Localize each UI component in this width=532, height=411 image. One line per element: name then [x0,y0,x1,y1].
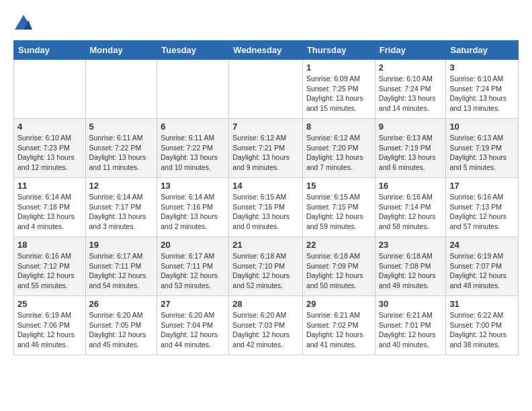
day-number: 5 [89,122,154,132]
calendar-cell: 12Sunrise: 6:14 AM Sunset: 7:17 PM Dayli… [85,178,157,237]
day-info: Sunrise: 6:16 AM Sunset: 7:12 PM Dayligh… [17,251,82,291]
day-info: Sunrise: 6:20 AM Sunset: 7:04 PM Dayligh… [161,310,225,350]
day-info: Sunrise: 6:20 AM Sunset: 7:03 PM Dayligh… [232,310,299,350]
calendar-cell [229,60,303,119]
calendar-cell: 15Sunrise: 6:15 AM Sunset: 7:15 PM Dayli… [302,178,375,237]
day-info: Sunrise: 6:10 AM Sunset: 7:23 PM Dayligh… [17,133,82,173]
calendar-cell: 7Sunrise: 6:12 AM Sunset: 7:21 PM Daylig… [229,119,303,178]
day-info: Sunrise: 6:10 AM Sunset: 7:24 PM Dayligh… [379,74,443,113]
day-info: Sunrise: 6:19 AM Sunset: 7:06 PM Dayligh… [17,310,82,350]
weekday-header: Monday [85,41,157,60]
day-info: Sunrise: 6:21 AM Sunset: 7:01 PM Dayligh… [379,310,443,350]
day-number: 15 [306,181,371,191]
calendar-cell: 4Sunrise: 6:10 AM Sunset: 7:23 PM Daylig… [14,119,86,178]
day-info: Sunrise: 6:21 AM Sunset: 7:02 PM Dayligh… [306,310,371,350]
day-info: Sunrise: 6:17 AM Sunset: 7:11 PM Dayligh… [89,251,154,291]
day-info: Sunrise: 6:18 AM Sunset: 7:09 PM Dayligh… [306,251,371,291]
day-number: 8 [306,122,371,132]
day-number: 2 [379,62,443,73]
calendar-cell: 11Sunrise: 6:14 AM Sunset: 7:18 PM Dayli… [14,178,86,237]
weekday-header: Saturday [446,41,519,60]
day-info: Sunrise: 6:16 AM Sunset: 7:14 PM Dayligh… [379,192,443,232]
calendar-cell: 22Sunrise: 6:18 AM Sunset: 7:09 PM Dayli… [302,237,375,296]
calendar-cell: 3Sunrise: 6:10 AM Sunset: 7:24 PM Daylig… [446,60,519,119]
day-info: Sunrise: 6:17 AM Sunset: 7:11 PM Dayligh… [161,251,225,291]
calendar-cell: 8Sunrise: 6:12 AM Sunset: 7:20 PM Daylig… [302,119,375,178]
day-info: Sunrise: 6:13 AM Sunset: 7:19 PM Dayligh… [449,133,515,173]
calendar-cell: 1Sunrise: 6:09 AM Sunset: 7:25 PM Daylig… [302,60,375,119]
calendar-cell: 13Sunrise: 6:14 AM Sunset: 7:16 PM Dayli… [157,178,229,237]
calendar-body: 1Sunrise: 6:09 AM Sunset: 7:25 PM Daylig… [14,60,519,355]
calendar-cell: 31Sunrise: 6:22 AM Sunset: 7:00 PM Dayli… [446,296,519,355]
day-number: 18 [17,240,82,250]
calendar-cell: 2Sunrise: 6:10 AM Sunset: 7:24 PM Daylig… [375,60,446,119]
weekday-header: Tuesday [157,41,229,60]
day-info: Sunrise: 6:18 AM Sunset: 7:08 PM Dayligh… [379,251,443,291]
day-info: Sunrise: 6:12 AM Sunset: 7:20 PM Dayligh… [306,133,371,173]
calendar-week-row: 1Sunrise: 6:09 AM Sunset: 7:25 PM Daylig… [14,60,519,119]
weekday-header: Thursday [302,41,375,60]
calendar-cell: 5Sunrise: 6:11 AM Sunset: 7:22 PM Daylig… [85,119,157,178]
calendar-week-row: 18Sunrise: 6:16 AM Sunset: 7:12 PM Dayli… [14,237,519,296]
calendar-cell [85,60,157,119]
calendar-cell: 24Sunrise: 6:19 AM Sunset: 7:07 PM Dayli… [446,237,519,296]
calendar-cell: 20Sunrise: 6:17 AM Sunset: 7:11 PM Dayli… [157,237,229,296]
day-number: 21 [232,240,299,250]
day-info: Sunrise: 6:16 AM Sunset: 7:13 PM Dayligh… [449,192,515,232]
day-number: 16 [379,181,443,191]
page-header [13,13,519,34]
calendar-cell: 9Sunrise: 6:13 AM Sunset: 7:19 PM Daylig… [375,119,446,178]
day-info: Sunrise: 6:15 AM Sunset: 7:15 PM Dayligh… [306,192,371,232]
day-number: 11 [17,181,82,191]
day-info: Sunrise: 6:12 AM Sunset: 7:21 PM Dayligh… [232,133,299,173]
calendar-header: SundayMondayTuesdayWednesdayThursdayFrid… [14,41,519,60]
day-number: 10 [449,122,515,132]
day-info: Sunrise: 6:09 AM Sunset: 7:25 PM Dayligh… [306,74,371,113]
calendar-cell: 10Sunrise: 6:13 AM Sunset: 7:19 PM Dayli… [446,119,519,178]
weekday-header: Sunday [14,41,86,60]
day-info: Sunrise: 6:11 AM Sunset: 7:22 PM Dayligh… [161,133,225,173]
header-row: SundayMondayTuesdayWednesdayThursdayFrid… [14,41,519,60]
calendar-table: SundayMondayTuesdayWednesdayThursdayFrid… [13,40,519,355]
day-number: 24 [449,240,515,250]
calendar-cell: 19Sunrise: 6:17 AM Sunset: 7:11 PM Dayli… [85,237,157,296]
calendar-cell [157,60,229,119]
day-number: 9 [379,122,443,132]
logo-icon [13,13,34,34]
calendar-cell: 30Sunrise: 6:21 AM Sunset: 7:01 PM Dayli… [375,296,446,355]
day-number: 7 [232,122,299,132]
day-number: 19 [89,240,154,250]
day-number: 4 [17,122,82,132]
day-number: 23 [379,240,443,250]
day-info: Sunrise: 6:14 AM Sunset: 7:17 PM Dayligh… [89,192,154,232]
weekday-header: Wednesday [229,41,303,60]
weekday-header: Friday [375,41,446,60]
day-info: Sunrise: 6:22 AM Sunset: 7:00 PM Dayligh… [449,310,515,350]
day-number: 29 [306,299,371,309]
calendar-week-row: 4Sunrise: 6:10 AM Sunset: 7:23 PM Daylig… [14,119,519,178]
day-number: 1 [306,62,371,73]
calendar-cell: 23Sunrise: 6:18 AM Sunset: 7:08 PM Dayli… [375,237,446,296]
day-info: Sunrise: 6:14 AM Sunset: 7:18 PM Dayligh… [17,192,82,232]
day-number: 26 [89,299,154,309]
calendar-week-row: 25Sunrise: 6:19 AM Sunset: 7:06 PM Dayli… [14,296,519,355]
day-info: Sunrise: 6:14 AM Sunset: 7:16 PM Dayligh… [161,192,225,232]
calendar-cell: 14Sunrise: 6:15 AM Sunset: 7:16 PM Dayli… [229,178,303,237]
day-number: 13 [161,181,225,191]
calendar-cell: 25Sunrise: 6:19 AM Sunset: 7:06 PM Dayli… [14,296,86,355]
day-number: 30 [379,299,443,309]
day-number: 22 [306,240,371,250]
calendar-cell [14,60,86,119]
day-info: Sunrise: 6:10 AM Sunset: 7:24 PM Dayligh… [449,74,515,113]
calendar-cell: 16Sunrise: 6:16 AM Sunset: 7:14 PM Dayli… [375,178,446,237]
calendar-cell: 26Sunrise: 6:20 AM Sunset: 7:05 PM Dayli… [85,296,157,355]
calendar-cell: 6Sunrise: 6:11 AM Sunset: 7:22 PM Daylig… [157,119,229,178]
logo [13,13,36,34]
day-info: Sunrise: 6:18 AM Sunset: 7:10 PM Dayligh… [232,251,299,291]
day-number: 31 [449,299,515,309]
calendar-cell: 28Sunrise: 6:20 AM Sunset: 7:03 PM Dayli… [229,296,303,355]
day-number: 12 [89,181,154,191]
calendar-cell: 21Sunrise: 6:18 AM Sunset: 7:10 PM Dayli… [229,237,303,296]
calendar-cell: 27Sunrise: 6:20 AM Sunset: 7:04 PM Dayli… [157,296,229,355]
day-info: Sunrise: 6:15 AM Sunset: 7:16 PM Dayligh… [232,192,299,232]
